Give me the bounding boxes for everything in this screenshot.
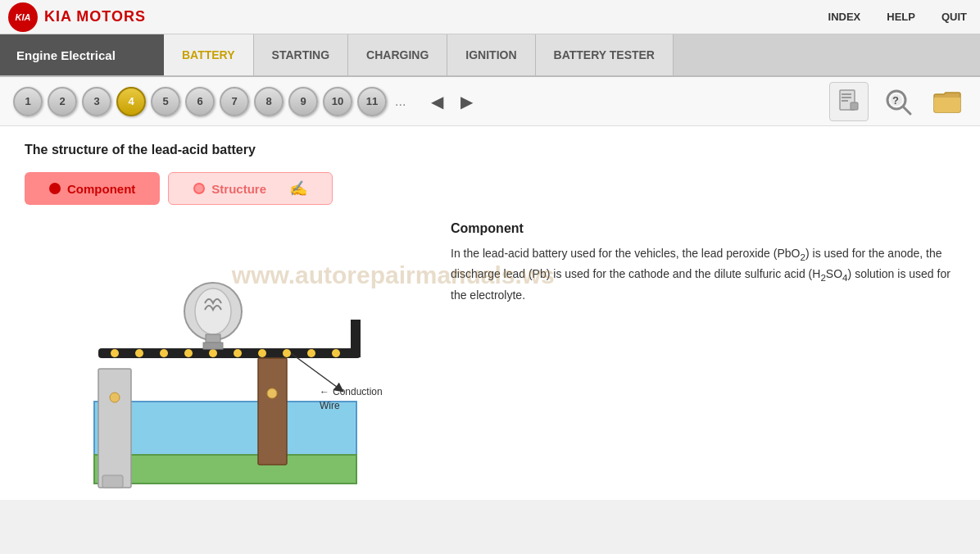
folder-icon[interactable] xyxy=(928,82,967,121)
page-1[interactable]: 1 xyxy=(13,87,43,116)
svg-point-11 xyxy=(135,349,143,357)
quit-button[interactable]: QUIT xyxy=(937,9,972,25)
diagram-area: ConductionWire xyxy=(25,221,426,484)
structure-tab[interactable]: Structure ✍ xyxy=(168,172,333,205)
page-3[interactable]: 3 xyxy=(82,87,111,116)
document-icon[interactable] xyxy=(829,82,869,121)
svg-point-15 xyxy=(234,349,242,357)
svg-point-10 xyxy=(111,349,119,357)
structure-tab-label: Structure xyxy=(211,182,266,196)
component-tab[interactable]: Component xyxy=(25,172,160,205)
next-arrow[interactable]: ▶ xyxy=(451,87,481,116)
svg-point-16 xyxy=(258,349,266,357)
svg-rect-1 xyxy=(842,93,851,95)
component-description: In the lead-acid battery used for the ve… xyxy=(451,244,955,304)
tab-battery-tester[interactable]: BATTERY TESTER xyxy=(536,34,674,75)
svg-rect-31 xyxy=(102,475,123,488)
svg-point-30 xyxy=(267,388,277,398)
svg-point-14 xyxy=(209,349,217,357)
component-title: Component xyxy=(451,221,955,236)
content-area: ConductionWire Component In the lead-aci… xyxy=(25,221,955,484)
tab-starting[interactable]: STARTING xyxy=(254,34,349,75)
svg-point-12 xyxy=(160,349,168,357)
svg-rect-29 xyxy=(258,358,287,465)
svg-line-32 xyxy=(291,353,340,389)
page-ellipsis: ... xyxy=(392,94,409,109)
svg-rect-20 xyxy=(351,320,361,357)
svg-text:?: ? xyxy=(892,94,899,107)
nav-arrows: ◀ ▶ xyxy=(422,87,481,116)
page-2[interactable]: 2 xyxy=(48,87,77,116)
nav-icons: ? xyxy=(829,82,967,121)
content-tabs: Component Structure ✍ xyxy=(25,172,955,205)
text-area: Component In the lead-acid battery used … xyxy=(451,221,955,484)
component-dot xyxy=(49,183,61,194)
tab-charging[interactable]: CHARGING xyxy=(348,34,447,75)
wire-label: ConductionWire xyxy=(320,385,383,413)
help-button[interactable]: HELP xyxy=(882,9,920,25)
svg-rect-27 xyxy=(98,369,131,488)
page-10[interactable]: 10 xyxy=(323,87,352,116)
index-button[interactable]: INDEX xyxy=(823,9,866,25)
header-nav: INDEX HELP QUIT xyxy=(823,9,972,25)
svg-rect-23 xyxy=(206,334,220,343)
svg-rect-3 xyxy=(842,100,848,102)
page-navigation: 1 2 3 4 5 6 7 8 9 10 11 ... ◀ ▶ ? xyxy=(0,77,980,126)
hand-pointer-icon: ✍ xyxy=(289,179,307,198)
page-11[interactable]: 11 xyxy=(357,87,387,116)
svg-rect-26 xyxy=(94,455,356,484)
page-5[interactable]: 5 xyxy=(151,87,180,116)
svg-point-17 xyxy=(283,349,291,357)
svg-point-18 xyxy=(307,349,315,357)
svg-point-19 xyxy=(332,349,340,357)
kia-logo: KIA xyxy=(8,2,38,32)
tab-battery[interactable]: BATTERY xyxy=(164,34,254,75)
tab-bar: Engine Electrical BATTERY STARTING CHARG… xyxy=(0,34,980,77)
section-title: Engine Electrical xyxy=(0,34,164,75)
page-7[interactable]: 7 xyxy=(220,87,249,116)
main-content: The structure of the lead-acid battery C… xyxy=(0,126,980,500)
app-header: KIA KIA MOTORS INDEX HELP QUIT xyxy=(0,0,980,34)
page-9[interactable]: 9 xyxy=(288,87,318,116)
svg-rect-24 xyxy=(203,343,223,349)
svg-point-13 xyxy=(184,349,193,357)
svg-line-6 xyxy=(903,107,910,114)
svg-rect-4 xyxy=(851,102,858,110)
tab-ignition[interactable]: IGNITION xyxy=(447,34,535,75)
page-6[interactable]: 6 xyxy=(185,87,215,116)
svg-point-28 xyxy=(110,393,120,402)
page-4[interactable]: 4 xyxy=(116,87,146,116)
page-8[interactable]: 8 xyxy=(254,87,284,116)
prev-arrow[interactable]: ◀ xyxy=(422,87,451,116)
structure-dot xyxy=(193,183,205,194)
brand-name: KIA MOTORS xyxy=(44,8,146,25)
svg-rect-2 xyxy=(842,97,851,98)
search-icon[interactable]: ? xyxy=(878,82,918,121)
logo-area: KIA KIA MOTORS xyxy=(8,2,146,32)
battery-diagram xyxy=(49,221,426,492)
main-wrapper: www.autorepairmanuals.ws The structure o… xyxy=(0,126,980,500)
page-heading: The structure of the lead-acid battery xyxy=(25,143,955,157)
component-tab-label: Component xyxy=(67,182,135,196)
